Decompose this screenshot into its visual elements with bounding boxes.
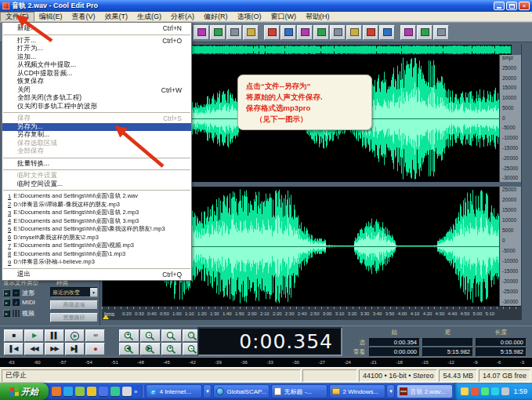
file-menu-item[interactable]: 全部关闭(含多轨工程) xyxy=(2,94,191,103)
toolbar-button-16[interactable] xyxy=(264,25,280,40)
toolbar-button-21[interactable] xyxy=(346,25,362,40)
file-menu-item[interactable]: 从CD中提取音频... xyxy=(2,70,191,78)
zoom-out-button[interactable]: - xyxy=(140,329,161,342)
file-menu-item[interactable]: 临时空间设置... xyxy=(2,180,191,189)
toolbar-button-17[interactable] xyxy=(280,25,296,40)
toolbar-button-14[interactable] xyxy=(226,25,242,40)
maximize-button[interactable] xyxy=(506,2,517,10)
file-type-filter-MIDI[interactable]: ▸♪MIDI xyxy=(3,299,35,306)
file-type-filter-视频[interactable]: ▸视频 xyxy=(3,309,34,318)
file-menu-item[interactable]: 从视频文件中提取... xyxy=(2,61,191,70)
toolbar-button-22[interactable] xyxy=(363,25,378,40)
rewind-button[interactable]: ◀◀ xyxy=(24,343,44,355)
quick-launch-icon-7[interactable] xyxy=(122,387,132,396)
file-menu-item[interactable]: 全部保存 xyxy=(2,147,191,156)
file-menu-item[interactable]: 仅关闭非多轨工程中的波形 xyxy=(2,103,191,111)
file-menu-item[interactable]: 打开为... xyxy=(2,45,191,53)
amplitude-scale-top[interactable]: smpl2500020000150001000050000-5000-10000… xyxy=(499,55,521,182)
file-type-filter-波形[interactable]: ▸~波形 xyxy=(3,289,34,297)
organizer-button-1[interactable]: 高级选项 xyxy=(50,300,98,310)
file-menu-item[interactable]: 保存Ctrl+S xyxy=(2,115,191,123)
quick-launch-overflow[interactable]: » xyxy=(134,388,137,395)
pause-button[interactable]: ▌▌ xyxy=(45,329,64,342)
zoom-in-button[interactable]: + xyxy=(119,329,139,342)
menubar-item-view[interactable]: 查看(V) xyxy=(67,12,100,21)
task-button-cep[interactable]: 音轨 2.wav... xyxy=(396,384,453,398)
task-button-ie[interactable]: e4 Internet... xyxy=(146,384,202,398)
file-menu-item[interactable]: 新建...Ctrl+N xyxy=(2,24,191,33)
zoom-vertical-in-button[interactable]: + xyxy=(161,343,182,355)
task-button-globe[interactable]: GlobalSCAP... xyxy=(213,384,270,398)
menubar-item-options[interactable]: 选项(O) xyxy=(233,12,266,21)
recent-file-item[interactable]: 1E:\Documents and Settings\hhi\桌面\音轨 2.w… xyxy=(2,192,191,201)
tray-icon-3[interactable] xyxy=(481,387,489,395)
organizer-button-2[interactable]: 完整路径 xyxy=(50,313,98,322)
fast-forward-button[interactable]: ▶▶ xyxy=(45,343,64,355)
toolbar-button-18[interactable] xyxy=(297,25,313,40)
task-button-folder[interactable]: 2 Windows... xyxy=(329,384,385,398)
play-looped-button[interactable]: ▶ xyxy=(65,329,85,342)
expand-icon[interactable]: ▸ xyxy=(3,299,10,306)
expand-icon[interactable]: ▸ xyxy=(3,310,10,317)
toolbar-button-25[interactable] xyxy=(417,25,432,40)
toolbar-button-12[interactable] xyxy=(194,25,209,40)
toolbar-button-19[interactable] xyxy=(313,25,329,40)
file-menu-item[interactable]: 打开...Ctrl+O xyxy=(2,37,191,45)
quick-launch-icon-6[interactable] xyxy=(110,387,120,396)
menubar-item-favorites[interactable]: 偏好(R) xyxy=(199,12,233,21)
quick-launch-icon-1[interactable] xyxy=(52,387,61,396)
file-menu-item[interactable]: 临时文件设置 xyxy=(2,172,191,180)
tray-icon-1[interactable] xyxy=(461,387,469,395)
chevron-down-icon[interactable]: ▼ xyxy=(89,288,97,296)
toolbar-button-26[interactable] xyxy=(433,25,449,40)
close-button[interactable]: × xyxy=(519,2,530,10)
toolbar-button-15[interactable] xyxy=(243,25,259,40)
go-end-button[interactable]: ▶▌ xyxy=(65,343,85,355)
task-button-dropdown[interactable]: ▼ xyxy=(203,384,212,398)
file-menu-item[interactable]: 退出Ctrl+Q xyxy=(2,271,191,279)
file-menu-item[interactable]: 追加... xyxy=(2,53,191,62)
stop-button[interactable]: ■ xyxy=(4,329,24,342)
record-button[interactable]: ● xyxy=(85,343,105,355)
toolbar-button-24[interactable] xyxy=(400,25,416,40)
go-start-button[interactable]: ▌◀ xyxy=(4,343,24,355)
zoom-right-edge-button[interactable]: ▶ xyxy=(140,343,161,355)
level-meter[interactable]: -63-60-57-54-51-48-45-42-39-36-33-30-27-… xyxy=(0,357,532,367)
recent-file-item[interactable]: 4E:\Documents and Settings\hhi\桌面\音轨 3.m… xyxy=(2,217,191,226)
quick-launch-icon-3[interactable] xyxy=(75,387,85,396)
zoom-full-button[interactable] xyxy=(161,329,182,342)
toolbar-button-13[interactable] xyxy=(210,25,226,40)
recent-file-item[interactable]: 6D:\myself\象我这样的朋友\2.mp3 xyxy=(2,234,191,242)
quick-launch-icon-2[interactable] xyxy=(63,387,73,396)
loop-button[interactable]: ∞ xyxy=(85,329,105,342)
menubar-item-generate[interactable]: 生成(G) xyxy=(132,12,166,21)
recent-file-item[interactable]: 7E:\Documents and Settings\hhi\桌面\视频.mp3 xyxy=(2,242,191,250)
file-menu-item[interactable]: 关闭Ctrl+W xyxy=(2,86,191,95)
file-menu-item[interactable]: 另存复制... xyxy=(2,131,191,140)
task-button-dropdown[interactable]: ▼ xyxy=(386,384,395,398)
menubar-item-help[interactable]: 帮助(H) xyxy=(301,12,335,21)
amplitude-scale-bottom[interactable]: 2500020000150001000050000-5000-10000-150… xyxy=(499,187,521,306)
tray-icon-2[interactable] xyxy=(471,387,479,395)
file-menu-item-save-as[interactable]: 另存为... xyxy=(2,123,191,132)
expand-icon[interactable]: ▸ xyxy=(3,289,10,296)
quick-launch-icon-5[interactable] xyxy=(99,387,108,396)
file-menu-item[interactable]: 保存选取区域 xyxy=(2,140,191,148)
menubar-item-effects[interactable]: 效果(T) xyxy=(100,12,133,21)
minimize-button[interactable] xyxy=(494,2,505,10)
quick-launch-icon-4[interactable] xyxy=(87,387,96,396)
menubar-item-analyze[interactable]: 分析(A) xyxy=(166,12,199,21)
recent-file-item[interactable]: 9D:\伴奏音乐\孙楠-i-believe.mp3 xyxy=(2,258,191,267)
tray-icon-4[interactable] xyxy=(491,387,499,395)
menubar-item-edit[interactable]: 编辑(E) xyxy=(34,12,67,21)
menubar-item-file[interactable]: 文件(F) xyxy=(0,12,34,21)
recent-file-item[interactable]: 3E:\Documents and Settings\hhi\桌面\音轨 2.m… xyxy=(2,209,191,217)
tray-icon-5[interactable] xyxy=(501,387,509,395)
sort-by-dropdown[interactable]: 最近的改变 ▼ xyxy=(50,287,98,297)
recent-file-item[interactable]: 2D:\伴奏音乐\谭咏麟-像我这样的朋友.mp3 xyxy=(2,201,191,209)
playback-cursor-marker[interactable] xyxy=(103,315,109,319)
play-button[interactable]: ▶ xyxy=(24,329,44,342)
file-menu-item[interactable]: 批量转换... xyxy=(2,160,191,169)
menubar-item-window[interactable]: 窗口(W) xyxy=(266,12,302,21)
toolbar-button-23[interactable] xyxy=(379,25,395,40)
